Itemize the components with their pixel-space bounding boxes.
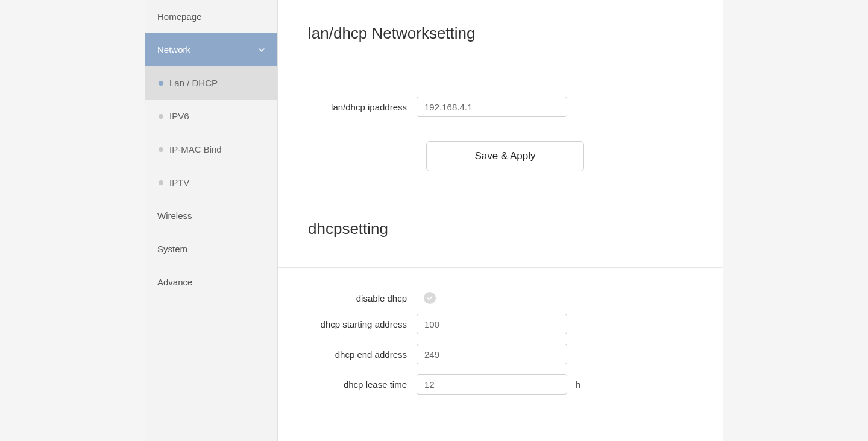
bullet-icon bbox=[159, 114, 163, 119]
row-dhcp-lease: dhcp lease time h bbox=[308, 374, 693, 395]
sidebar-item-advance[interactable]: Advance bbox=[145, 265, 277, 299]
sidebar-subitem-label: Lan / DHCP bbox=[169, 78, 218, 88]
sidebar-item-label: Network bbox=[157, 45, 190, 55]
chevron-down-icon bbox=[258, 46, 265, 54]
label-dhcp-end: dhcp end address bbox=[308, 349, 417, 360]
sidebar-item-label: Wireless bbox=[157, 211, 192, 221]
form-dhcp: disable dhcp dhcp starting address dhcp … bbox=[278, 268, 723, 416]
page-title: dhcpsetting bbox=[308, 220, 693, 238]
sidebar-subitem-label: IPTV bbox=[169, 177, 189, 188]
app-container: Homepage Network Lan / DHCP IPV6 bbox=[145, 0, 723, 441]
page-title: lan/dhcp Networksetting bbox=[308, 24, 693, 43]
label-ip-address: lan/dhcp ipaddress bbox=[308, 102, 417, 112]
input-ip-address[interactable] bbox=[417, 97, 567, 117]
bullet-icon bbox=[159, 180, 163, 185]
sidebar-subitem-iptv[interactable]: IPTV bbox=[145, 166, 277, 199]
sidebar-item-label: Homepage bbox=[157, 11, 201, 22]
sidebar-subitem-label: IP-MAC Bind bbox=[169, 144, 222, 154]
label-dhcp-lease: dhcp lease time bbox=[308, 379, 417, 390]
check-icon bbox=[426, 294, 433, 302]
input-dhcp-start[interactable] bbox=[417, 314, 567, 334]
sidebar-subitem-lan-dhcp[interactable]: Lan / DHCP bbox=[145, 66, 277, 100]
sidebar-submenu-network: Lan / DHCP IPV6 IP-MAC Bind IPTV bbox=[145, 66, 277, 199]
label-dhcp-start: dhcp starting address bbox=[308, 319, 417, 329]
sidebar-subitem-ipv6[interactable]: IPV6 bbox=[145, 100, 277, 133]
sidebar-item-network[interactable]: Network bbox=[145, 33, 277, 66]
sidebar-item-label: Advance bbox=[157, 277, 192, 287]
row-dhcp-start: dhcp starting address bbox=[308, 314, 693, 334]
sidebar-item-system[interactable]: System bbox=[145, 232, 277, 265]
checkbox-disable-dhcp[interactable] bbox=[424, 292, 436, 304]
sidebar-item-homepage[interactable]: Homepage bbox=[145, 0, 277, 33]
sidebar-subitem-label: IPV6 bbox=[169, 111, 189, 121]
lease-unit: h bbox=[576, 379, 580, 390]
bullet-icon bbox=[159, 81, 163, 86]
row-dhcp-end: dhcp end address bbox=[308, 344, 693, 364]
sidebar-item-label: System bbox=[157, 244, 187, 254]
input-dhcp-lease[interactable] bbox=[417, 374, 567, 395]
sidebar-item-wireless[interactable]: Wireless bbox=[145, 199, 277, 232]
label-disable-dhcp: disable dhcp bbox=[308, 293, 417, 303]
sidebar: Homepage Network Lan / DHCP IPV6 bbox=[145, 0, 278, 441]
save-apply-button[interactable]: Save & Apply bbox=[426, 141, 584, 171]
bullet-icon bbox=[159, 147, 163, 152]
form-lan-dhcp: lan/dhcp ipaddress Save & Apply bbox=[278, 72, 723, 195]
input-dhcp-end[interactable] bbox=[417, 344, 567, 364]
main-content: lan/dhcp Networksetting lan/dhcp ipaddre… bbox=[278, 0, 723, 441]
row-ip-address: lan/dhcp ipaddress bbox=[308, 97, 693, 117]
row-save-apply: Save & Apply bbox=[308, 141, 693, 171]
section-dhcp-header: dhcpsetting bbox=[278, 195, 723, 268]
sidebar-subitem-ip-mac-bind[interactable]: IP-MAC Bind bbox=[145, 133, 277, 166]
row-disable-dhcp: disable dhcp bbox=[308, 292, 693, 304]
section-lan-dhcp-header: lan/dhcp Networksetting bbox=[278, 0, 723, 72]
